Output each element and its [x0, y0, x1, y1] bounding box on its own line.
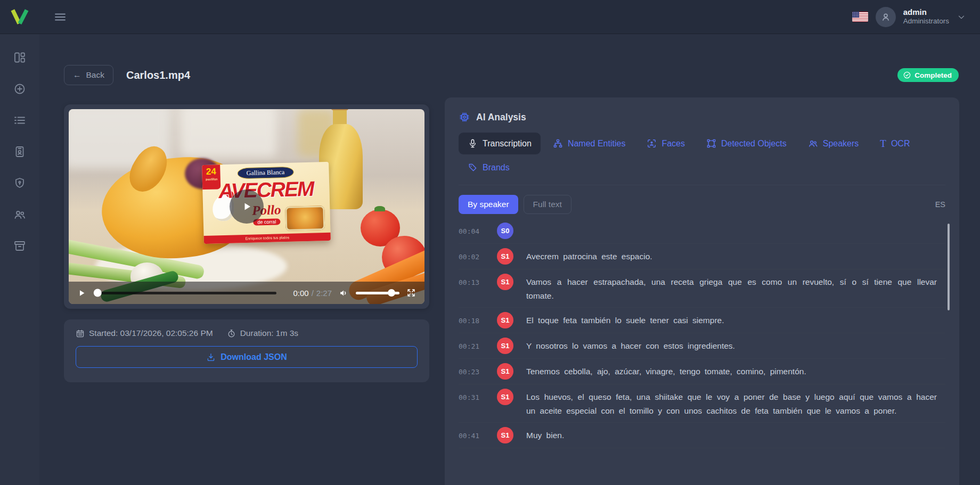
sidebar-item-shield[interactable]	[13, 177, 26, 192]
speaker-badge[interactable]: S1	[497, 248, 513, 265]
timestamp: 00:23	[459, 363, 489, 376]
tab-brands[interactable]: Brands	[459, 157, 519, 178]
ai-analysis-header: AI Analysis	[459, 111, 945, 123]
app-window: admin Administrators ← Back Carlos1.mp4 …	[0, 0, 980, 485]
mute-button[interactable]	[339, 288, 349, 298]
scrollbar[interactable]	[948, 224, 950, 310]
timestamp: 00:41	[459, 427, 489, 440]
speaker-badge[interactable]: S1	[497, 338, 513, 354]
sidebar-item-archive-box[interactable]	[13, 240, 26, 254]
metadata-card: Started: 03/17/2026, 02:05:26 PM Duratio…	[64, 319, 429, 382]
archive-box-icon	[13, 240, 26, 254]
duration-info: Duration: 1m 3s	[227, 328, 298, 338]
metadata-row: Started: 03/17/2026, 02:05:26 PM Duratio…	[76, 328, 418, 338]
hamburger-icon	[53, 11, 67, 23]
user-menu[interactable]: admin Administrators	[903, 7, 949, 27]
package-tagline: Enriquece todos tus platos	[204, 233, 331, 244]
sidebar-item-layout-grid[interactable]	[13, 51, 26, 66]
volume-slider[interactable]	[356, 292, 399, 294]
tab-faces[interactable]: Faces	[638, 133, 694, 154]
video-controls: 0:00 / 2:27	[69, 282, 424, 304]
full-text-button[interactable]: Full text	[524, 195, 571, 214]
user-avatar[interactable]	[876, 7, 896, 27]
speakers-icon	[808, 138, 818, 149]
us-flag-icon[interactable]	[852, 12, 868, 22]
video-player[interactable]: 24 pastillas Gallina Blanca AVECREM Poll…	[69, 109, 424, 304]
ai-analysis-title: AI Analysis	[476, 112, 526, 123]
ai-chip-icon	[459, 111, 470, 123]
speaker-badge[interactable]: S1	[497, 389, 513, 405]
download-label: Download JSON	[220, 352, 287, 362]
sidebar-item-checklist[interactable]	[13, 114, 26, 129]
tab-detected-objects[interactable]: Detected Objects	[697, 133, 796, 154]
menu-toggle-button[interactable]	[53, 11, 67, 23]
app-logo[interactable]	[0, 0, 39, 34]
transcript-row[interactable]: 00:02 S1 Avecrem patrocina este espacio.	[459, 244, 945, 269]
speaker-badge[interactable]: S0	[497, 223, 513, 239]
stopwatch-icon	[227, 329, 236, 338]
started-label: Started: 03/17/2026, 02:05:26 PM	[89, 328, 213, 338]
text-t-icon: T	[880, 138, 886, 149]
analysis-tabs: Transcription Named Entities Faces Detec…	[459, 133, 945, 185]
product-package: 24 pastillas Gallina Blanca AVECREM Poll…	[202, 162, 331, 244]
sidebar	[0, 34, 39, 485]
seek-thumb[interactable]	[94, 289, 102, 297]
speaker-badge[interactable]: S1	[497, 363, 513, 380]
sidebar-item-plus-circle[interactable]	[13, 83, 26, 97]
volume-thumb[interactable]	[388, 289, 395, 297]
topbar-right: admin Administrators	[852, 7, 980, 27]
sidebar-item-id-badge[interactable]	[13, 145, 26, 160]
page-header: ← Back Carlos1.mp4 Completed	[64, 65, 959, 85]
play-overlay-button[interactable]	[230, 190, 264, 224]
sidebar-item-users[interactable]	[13, 208, 26, 223]
page-title: Carlos1.mp4	[126, 69, 190, 81]
current-time: 0:00	[293, 289, 308, 298]
transcript-row[interactable]: 00:23 S1 Tenemos cebolla, ajo, azúcar, v…	[459, 359, 945, 384]
duration-label: Duration: 1m 3s	[240, 328, 298, 338]
speaker-badge[interactable]: S1	[497, 427, 513, 443]
speaker-badge[interactable]: S1	[497, 274, 513, 290]
entity-graph-icon	[553, 138, 563, 149]
fullscreen-button[interactable]	[406, 288, 416, 298]
fullscreen-icon	[406, 288, 416, 298]
timestamp: 00:21	[459, 338, 489, 350]
back-label: Back	[86, 70, 104, 80]
bounding-box-icon	[706, 138, 716, 149]
transcript-row[interactable]: 00:41 S1 Muy bien.	[459, 423, 945, 448]
play-button[interactable]	[77, 289, 86, 298]
back-button[interactable]: ← Back	[64, 65, 113, 85]
total-duration: 2:27	[316, 289, 332, 298]
transcript-row[interactable]: 00:13 S1 Vamos a hacer estrapachada, una…	[459, 269, 945, 308]
tab-transcription[interactable]: Transcription	[459, 133, 541, 154]
play-icon	[240, 200, 253, 213]
package-dish-photo	[285, 205, 325, 231]
status-badge: Completed	[897, 68, 959, 82]
transcript-row[interactable]: 00:31 S1 Los huevos, el queso feta, una …	[459, 384, 945, 423]
oil-bottle-cork	[331, 109, 348, 110]
package-brand: Gallina Blanca	[237, 167, 293, 179]
chevron-down-icon[interactable]	[957, 12, 966, 22]
tab-named-entities[interactable]: Named Entities	[544, 133, 635, 154]
transcript-text: El toque feta también lo suele tener cas…	[526, 312, 945, 328]
transcript-row[interactable]: 00:18 S1 El toque feta también lo suele …	[459, 308, 945, 333]
timestamp: 00:31	[459, 389, 489, 401]
transcript-list: 00:04 S0 00:02 S1 Avecrem patrocina este…	[459, 218, 945, 448]
ai-analysis-panel: AI Analysis Transcription Named Entities…	[445, 97, 959, 485]
speaker-badge[interactable]: S1	[497, 312, 513, 328]
users-icon	[13, 208, 26, 223]
microphone-icon	[468, 138, 478, 149]
package-product-name: AVECREM	[202, 177, 330, 203]
seek-bar[interactable]	[96, 292, 276, 294]
download-json-button[interactable]: Download JSON	[76, 346, 418, 368]
transcript-row[interactable]: 00:21 S1 Y nosotros lo vamos a hacer con…	[459, 333, 945, 359]
tab-speakers[interactable]: Speakers	[799, 133, 868, 154]
transcript-text: Tenemos cebolla, ajo, azúcar, vinagre, t…	[526, 363, 945, 380]
tomato-leaf	[374, 206, 385, 211]
by-speaker-button[interactable]: By speaker	[459, 195, 518, 214]
language-badge: ES	[935, 200, 945, 209]
kitchen-light	[181, 109, 276, 157]
layout-grid-icon	[13, 51, 26, 66]
transcript-row[interactable]: 00:04 S0	[459, 218, 945, 244]
tab-ocr[interactable]: T OCR	[871, 133, 919, 154]
started-info: Started: 03/17/2026, 02:05:26 PM	[76, 328, 213, 338]
